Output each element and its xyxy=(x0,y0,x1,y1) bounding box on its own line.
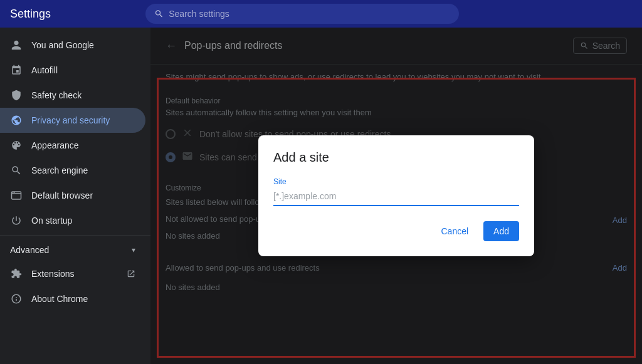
dialog-add-button[interactable]: Add xyxy=(483,221,519,241)
person-icon xyxy=(10,39,23,51)
app-title: Settings xyxy=(10,8,135,21)
sidebar-item-advanced[interactable]: Advanced ▾ xyxy=(0,239,145,261)
sidebar-item-about-chrome[interactable]: About Chrome xyxy=(0,286,145,311)
content-area: ← Pop-ups and redirects Search Sites mig… xyxy=(150,28,642,364)
search-engine-icon xyxy=(10,164,23,177)
sidebar-label-search-engine: Search engine xyxy=(31,165,135,175)
startup-icon xyxy=(10,214,23,227)
main-layout: You and Google Autofill Safety check Pri… xyxy=(0,28,642,364)
global-search-bar[interactable] xyxy=(145,4,459,24)
dialog-field-label: Site xyxy=(273,177,519,186)
sidebar-divider xyxy=(0,236,150,236)
globe-icon xyxy=(10,114,23,127)
extensions-icon xyxy=(10,268,23,280)
sidebar-item-autofill[interactable]: Autofill xyxy=(0,58,145,83)
svg-point-2 xyxy=(13,192,14,194)
autofill-icon xyxy=(10,64,23,76)
sidebar-label-autofill: Autofill xyxy=(31,65,135,75)
dialog-title: Add a site xyxy=(273,150,519,165)
sidebar: You and Google Autofill Safety check Pri… xyxy=(0,28,150,364)
add-site-dialog: Add a site Site Cancel Add xyxy=(258,135,534,256)
sidebar-item-privacy-and-security[interactable]: Privacy and security xyxy=(0,108,145,133)
global-search-input[interactable] xyxy=(169,9,450,19)
sidebar-item-on-startup[interactable]: On startup xyxy=(0,208,145,233)
svg-point-3 xyxy=(14,192,15,194)
dialog-overlay: Add a site Site Cancel Add xyxy=(150,28,642,364)
dialog-cancel-button[interactable]: Cancel xyxy=(431,221,478,241)
sidebar-label-about-chrome: About Chrome xyxy=(31,294,135,304)
sidebar-item-appearance[interactable]: Appearance xyxy=(0,133,145,158)
sidebar-label-safety-check: Safety check xyxy=(31,90,135,100)
sidebar-label-advanced: Advanced xyxy=(10,245,49,255)
sidebar-item-extensions[interactable]: Extensions xyxy=(0,261,145,286)
about-icon xyxy=(10,293,23,305)
browser-icon xyxy=(10,189,23,202)
sidebar-item-you-and-google[interactable]: You and Google xyxy=(0,33,145,58)
external-link-icon xyxy=(127,269,135,278)
sidebar-item-safety-check[interactable]: Safety check xyxy=(0,83,145,108)
search-icon xyxy=(154,9,164,19)
palette-icon xyxy=(10,139,23,152)
chevron-down-icon: ▾ xyxy=(132,246,135,254)
sidebar-label-on-startup: On startup xyxy=(31,216,135,226)
dialog-site-input[interactable] xyxy=(273,189,519,206)
sidebar-item-search-engine[interactable]: Search engine xyxy=(0,158,145,183)
top-bar: Settings xyxy=(0,0,642,28)
sidebar-label-appearance: Appearance xyxy=(31,140,135,150)
sidebar-item-default-browser[interactable]: Default browser xyxy=(0,183,145,208)
sidebar-label-privacy-and-security: Privacy and security xyxy=(31,115,135,125)
shield-icon xyxy=(10,89,23,101)
sidebar-label-extensions: Extensions xyxy=(31,269,118,279)
dialog-actions: Cancel Add xyxy=(273,221,519,241)
sidebar-label-default-browser: Default browser xyxy=(31,190,135,200)
sidebar-label-you-and-google: You and Google xyxy=(31,40,135,50)
